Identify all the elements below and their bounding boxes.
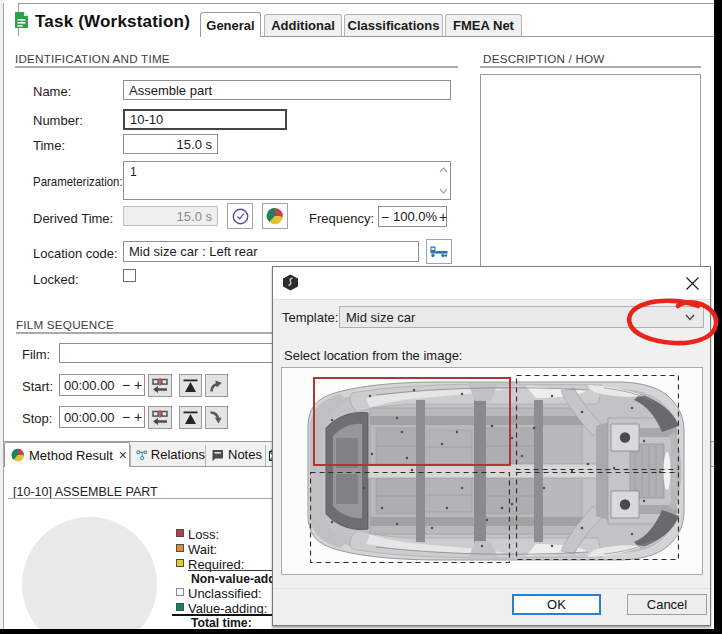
clock-button[interactable] <box>227 203 253 229</box>
start-time-value: 00:00.00 <box>60 378 120 393</box>
legend-swatch-required <box>176 559 184 567</box>
time-value: 15.0 s <box>177 137 212 152</box>
start-minus-icon[interactable]: − <box>120 377 132 393</box>
tab-keyline <box>261 36 714 37</box>
ok-button[interactable]: OK <box>512 594 601 615</box>
start-go-to-marker-button[interactable] <box>179 374 202 397</box>
location-picker-button[interactable] <box>426 239 452 264</box>
frequency-label: Frequency: <box>309 211 374 226</box>
tab-notes[interactable]: Notes <box>205 442 265 467</box>
method-result-pie-chart <box>22 517 157 634</box>
location-code-value: Mid size car : Left rear <box>129 244 258 259</box>
tab-fmea-net[interactable]: FMEA Net <box>445 14 522 36</box>
stop-time-stepper[interactable]: 00:00.00 − + <box>59 406 145 428</box>
tab-method-result[interactable]: Method Result × <box>4 442 130 467</box>
number-value: 10-10 <box>130 112 163 127</box>
tab-additional-label: Additional <box>271 18 335 33</box>
template-combobox[interactable]: Mid size car <box>339 306 704 328</box>
tab-relations-label: Relations <box>151 447 205 462</box>
stop-plus-icon[interactable]: + <box>132 409 144 425</box>
stop-minus-icon[interactable]: − <box>120 409 132 425</box>
film-label: Film: <box>22 347 50 362</box>
derived-time-input: 15.0 s <box>123 206 218 226</box>
legend-label-unclassified: Unclassified: <box>188 586 262 601</box>
name-label: Name: <box>33 84 71 99</box>
stop-label: Stop: <box>22 411 52 426</box>
dialog-close-icon[interactable] <box>685 276 701 292</box>
screen-edge-bottom <box>0 629 722 634</box>
legend-sum-line <box>188 570 272 571</box>
window-left-border <box>3 3 4 629</box>
stop-jump-button[interactable] <box>205 406 228 429</box>
location-quadrant-left-rear[interactable] <box>313 377 511 466</box>
app-window: Task (Workstation) General Additional Cl… <box>0 0 722 634</box>
tab-separator <box>130 445 131 466</box>
tab-classifications-label: Classifications <box>348 18 440 33</box>
scroll-up-icon[interactable] <box>436 164 450 176</box>
time-label: Time: <box>33 138 65 153</box>
derived-time-label: Derived Time: <box>33 211 113 226</box>
curved-arrow-up-icon <box>209 378 224 393</box>
start-time-stepper[interactable]: 00:00.00 − + <box>59 374 145 396</box>
tab-separator <box>265 445 266 466</box>
location-quadrant-right-front[interactable] <box>516 472 679 560</box>
tab-relations[interactable]: Relations <box>130 442 205 467</box>
name-input[interactable]: Assemble part <box>123 80 451 100</box>
locked-checkbox[interactable] <box>123 269 136 282</box>
legend-label-total-time: Total time: <box>191 616 252 630</box>
stop-from-film-button[interactable] <box>148 406 172 429</box>
frequency-plus-icon[interactable]: + <box>437 209 449 225</box>
tab-close-icon[interactable]: × <box>119 447 127 463</box>
dialog-app-cube-icon <box>282 274 299 291</box>
page-title: Task (Workstation) <box>35 12 190 32</box>
legend-swatch-loss <box>176 529 184 537</box>
film-position-left-icon <box>152 378 168 394</box>
legend-label-non-value-adding: Non-value-addi <box>191 572 279 586</box>
editor-top-border <box>18 3 714 4</box>
location-dialog: Template: Mid size car Select location f… <box>272 266 711 626</box>
chevron-down-icon <box>685 314 695 321</box>
template-label: Template: <box>282 310 338 325</box>
location-code-input[interactable]: Mid size car : Left rear <box>123 241 419 262</box>
relations-icon <box>136 448 147 462</box>
dialog-footer-separator <box>273 588 710 589</box>
location-quadrant-right-rear[interactable] <box>310 472 510 563</box>
legend-swatch-value-adding <box>176 603 184 611</box>
frequency-value: 100.0% <box>391 209 437 224</box>
truck-icon <box>430 246 448 258</box>
time-input[interactable]: 15.0 s <box>123 134 218 154</box>
location-code-label: Location code: <box>33 246 118 261</box>
parameterization-label: Parameterization: <box>33 174 123 189</box>
tab-separator <box>205 445 206 466</box>
tab-general[interactable]: General <box>200 12 261 37</box>
screen-edge-right <box>714 0 722 634</box>
frequency-stepper[interactable]: − 100.0% + <box>378 206 447 227</box>
stop-go-to-marker-button[interactable] <box>179 406 202 429</box>
pie-chart-icon <box>266 207 284 225</box>
tab-notes-label: Notes <box>228 447 262 462</box>
cancel-button[interactable]: Cancel <box>627 594 707 615</box>
start-plus-icon[interactable]: + <box>132 377 144 393</box>
tab-fmea-net-label: FMEA Net <box>453 18 514 33</box>
start-jump-button[interactable] <box>205 374 228 397</box>
tab-method-result-label: Method Result <box>29 448 113 463</box>
start-from-film-button[interactable] <box>148 374 172 397</box>
tab-additional[interactable]: Additional <box>264 14 342 36</box>
scroll-down-icon[interactable] <box>436 185 450 197</box>
dialog-titlebar[interactable] <box>273 267 710 300</box>
identification-section-title: IDENTIFICATION AND TIME <box>15 52 170 65</box>
tab-classifications[interactable]: Classifications <box>344 14 443 36</box>
identification-section-rule <box>15 66 458 68</box>
cancel-button-label: Cancel <box>647 597 687 612</box>
parameterization-textarea[interactable]: 1 <box>123 161 451 200</box>
task-document-icon <box>14 11 29 29</box>
start-label: Start: <box>22 379 53 394</box>
locked-label: Locked: <box>33 272 79 287</box>
frequency-minus-icon[interactable]: − <box>379 209 391 225</box>
number-input[interactable]: 10-10 <box>123 109 287 130</box>
legend-swatch-unclassified <box>176 588 184 596</box>
location-quadrant-left-front[interactable] <box>516 375 679 470</box>
notes-icon <box>211 448 224 461</box>
clock-icon <box>232 208 249 225</box>
pie-chart-button[interactable] <box>262 203 288 229</box>
